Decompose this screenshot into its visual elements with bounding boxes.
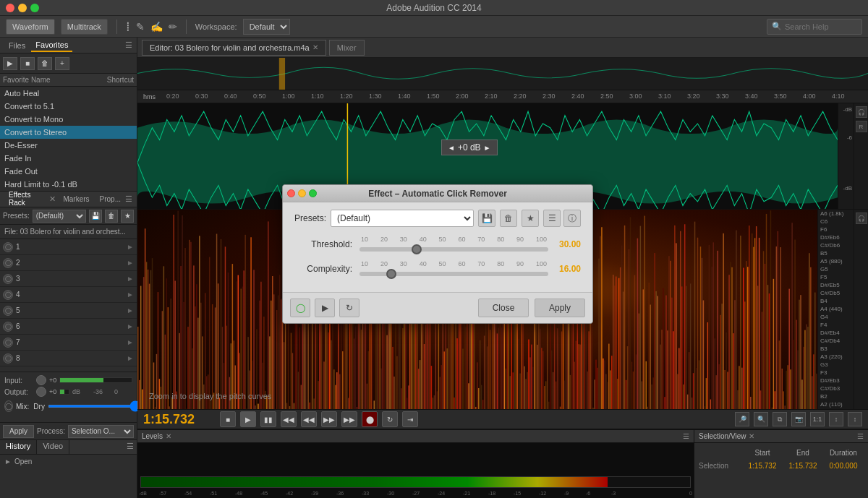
effect-power-8[interactable]: ◯ xyxy=(3,353,13,364)
skip-btn[interactable]: ⇥ xyxy=(402,411,418,427)
history-tab[interactable]: History xyxy=(0,440,37,454)
zoom-in-btn[interactable]: 🔎 xyxy=(735,412,749,426)
rewind-btn[interactable]: ◀◀ xyxy=(301,411,317,427)
video-tab[interactable]: Video xyxy=(37,440,69,454)
threshold-slider[interactable] xyxy=(359,247,548,252)
properties-tab[interactable]: Prop... xyxy=(95,194,125,205)
maximize-window-btn[interactable] xyxy=(30,4,39,12)
effect-dialog[interactable]: Effect – Automatic Click Remover Presets… xyxy=(282,184,593,324)
presets-delete-btn[interactable]: 🗑 xyxy=(105,210,118,223)
dialog-star-preset-btn[interactable]: ★ xyxy=(522,210,539,227)
effect-power-5[interactable]: ◯ xyxy=(3,306,13,316)
mixer-tab[interactable]: Mixer xyxy=(329,40,365,56)
window-controls[interactable] xyxy=(6,4,39,12)
pause-btn[interactable]: ▮▮ xyxy=(260,411,276,427)
dialog-traffic-lights[interactable] xyxy=(287,189,317,197)
dialog-close-btn-tl[interactable] xyxy=(287,189,295,197)
cursor-tool-icon[interactable]: ⁞ xyxy=(126,19,130,35)
mini-waveform[interactable] xyxy=(137,58,868,90)
spec-headphone-icon[interactable]: 🎧 xyxy=(856,212,867,224)
zoom-out-btn[interactable]: 🔍 xyxy=(754,412,768,426)
effect-item-7[interactable]: ◯ 7 ► xyxy=(0,335,137,351)
effect-power-7[interactable]: ◯ xyxy=(3,338,13,348)
multitrack-mode-btn[interactable]: Multitrack xyxy=(61,19,108,35)
effects-menu-icon[interactable]: ☰ xyxy=(125,194,132,204)
headphone-icon[interactable]: 🎧 xyxy=(856,106,867,118)
loop-btn[interactable]: ↻ xyxy=(382,411,398,427)
editor-tab[interactable]: Editor: 03 Bolero for violin and orchest… xyxy=(142,40,326,56)
dialog-save-preset-btn[interactable]: 💾 xyxy=(478,210,495,227)
selection-tool-icon[interactable]: ✎ xyxy=(136,21,145,33)
zoom-in-v-btn[interactable]: ↕ xyxy=(829,412,843,426)
fav-item-convert-stereo[interactable]: Convert to Stereo xyxy=(0,126,137,139)
dialog-zoom-btn-tl[interactable] xyxy=(309,189,317,197)
favorites-tab[interactable]: Favorites xyxy=(31,39,72,52)
zoom-out-v-btn[interactable]: ↕ xyxy=(848,412,862,426)
fav-add-btn[interactable]: + xyxy=(55,57,69,70)
close-window-btn[interactable] xyxy=(6,4,14,12)
record-btn[interactable]: ⬤ xyxy=(362,411,378,427)
process-select[interactable]: Selection O... xyxy=(68,425,134,438)
fav-play-btn[interactable]: ▶ xyxy=(3,57,17,70)
effect-item-4[interactable]: ◯ 4 ► xyxy=(0,287,137,303)
selview-sel-start[interactable]: 1:15.732 xyxy=(742,462,783,470)
zoom-100-btn[interactable]: 1:1 xyxy=(810,412,825,426)
dialog-settings-btn[interactable]: ☰ xyxy=(543,210,561,227)
selview-close-icon[interactable]: ✕ xyxy=(749,432,754,440)
levels-close-icon[interactable]: ✕ xyxy=(166,432,171,440)
r-btn[interactable]: R xyxy=(856,121,867,132)
apply-btn[interactable]: Apply xyxy=(3,425,34,438)
workspace-select[interactable]: Default xyxy=(243,19,290,35)
fav-item-convert-51[interactable]: Convert to 5.1 xyxy=(0,100,137,113)
history-menu-icon[interactable]: ☰ xyxy=(124,440,137,454)
fav-item-fade-out[interactable]: Fade Out xyxy=(0,165,137,178)
zoom-fit-btn[interactable]: ⧉ xyxy=(773,412,787,426)
effect-item-3[interactable]: ◯ 3 ► xyxy=(0,271,137,287)
forward-btn[interactable]: ▶▶ xyxy=(321,411,337,427)
goto-start-btn[interactable]: ◀◀ xyxy=(281,411,297,427)
editor-tab-close-icon[interactable]: ✕ xyxy=(312,43,318,51)
effect-power-2[interactable]: ◯ xyxy=(3,258,13,268)
markers-tab[interactable]: Markers xyxy=(59,194,93,205)
dialog-minimize-btn-tl[interactable] xyxy=(298,189,306,197)
presets-star-btn[interactable]: ★ xyxy=(121,210,134,223)
dialog-play-btn[interactable]: ▶ xyxy=(315,299,335,317)
effects-rack-tab[interactable]: Effects Rack xyxy=(4,192,46,210)
levels-menu-icon[interactable]: ☰ xyxy=(683,432,689,440)
stop-btn[interactable]: ■ xyxy=(220,411,236,427)
fav-item-fade-in[interactable]: Fade In xyxy=(0,152,137,165)
presets-select[interactable]: (Default) xyxy=(33,210,86,223)
fav-item-hard-limit[interactable]: Hard Limit to -0.1 dB xyxy=(0,178,137,191)
input-knob[interactable] xyxy=(36,375,46,385)
fav-delete-btn[interactable]: 🗑 xyxy=(38,57,52,70)
effect-power-4[interactable]: ◯ xyxy=(3,290,13,300)
panel-menu-icon[interactable]: ☰ xyxy=(125,40,132,50)
dialog-apply-action-btn[interactable]: Apply xyxy=(535,299,585,317)
goto-end-btn[interactable]: ▶▶ xyxy=(341,411,357,427)
dry-wet-slider[interactable] xyxy=(48,405,141,408)
dialog-loop-btn[interactable]: ↻ xyxy=(339,299,359,317)
search-input[interactable] xyxy=(785,22,857,31)
fav-item-de-esser[interactable]: De-Esser xyxy=(0,139,137,152)
effect-power-3[interactable]: ◯ xyxy=(3,274,13,284)
effect-item-5[interactable]: ◯ 5 ► xyxy=(0,303,137,319)
play-btn[interactable]: ▶ xyxy=(240,411,256,427)
razor-tool-icon[interactable]: ✏ xyxy=(169,21,177,33)
effect-power-6[interactable]: ◯ xyxy=(3,322,13,332)
zoom-sel-btn[interactable]: 📷 xyxy=(791,412,806,426)
effect-item-2[interactable]: ◯ 2 ► xyxy=(0,255,137,271)
effect-item-6[interactable]: ◯ 6 ► xyxy=(0,319,137,335)
complexity-slider[interactable] xyxy=(359,272,548,276)
effect-power-1[interactable]: ◯ xyxy=(3,242,13,252)
dialog-info-btn[interactable]: ⓘ xyxy=(563,210,581,227)
selview-sel-end[interactable]: 1:15.732 xyxy=(783,462,823,470)
fav-stop-btn[interactable]: ■ xyxy=(20,57,35,70)
dialog-delete-preset-btn[interactable]: 🗑 xyxy=(500,210,517,227)
minimize-window-btn[interactable] xyxy=(18,4,27,12)
selview-menu-icon[interactable]: ☰ xyxy=(857,432,864,440)
output-knob[interactable] xyxy=(36,387,46,397)
presets-save-btn[interactable]: 💾 xyxy=(89,210,102,223)
dialog-close-action-btn[interactable]: Close xyxy=(478,299,529,317)
fav-item-auto-heal[interactable]: Auto Heal xyxy=(0,87,137,100)
dialog-power-btn[interactable]: ◯ xyxy=(290,299,310,317)
